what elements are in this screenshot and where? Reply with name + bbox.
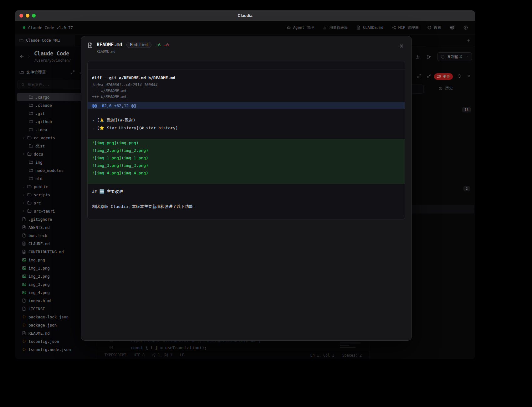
diff-panel-toolbar	[88, 61, 405, 70]
diff-counts: +6 -0	[156, 43, 169, 47]
diff-added-line: ![img_2.png](img_2.png)	[88, 147, 405, 154]
window-title: Claudia	[238, 13, 253, 18]
file-diff-icon	[87, 42, 93, 48]
app-window: Claudia Claude Code v1.0.77 Agent 管理用量仪表…	[15, 10, 475, 359]
diff-content: diff --git a/README.md b/README.mdindex …	[88, 70, 405, 210]
diff-added-line: ![img_3.png](img_3.png)	[88, 162, 405, 169]
diff-hunk-header: @@ -62,6 +62,12 @@	[88, 102, 405, 109]
modal-close-button[interactable]	[398, 42, 405, 50]
diff-added-line: ![img.png](img.png)	[88, 139, 405, 147]
modal-header: README.md Modified +6 -0 README.md	[81, 36, 412, 54]
diff-meta-line: --- a/README.md	[88, 88, 405, 94]
minimize-window-button[interactable]	[26, 14, 29, 18]
diff-line	[88, 131, 405, 139]
diff-context-line: - [⭐ Star History](#-star-history)	[88, 124, 405, 131]
modified-badge: Modified	[126, 42, 151, 48]
diff-added-line: ![img_1.png](img_1.png)	[88, 154, 405, 162]
close-window-button[interactable]	[19, 14, 23, 18]
file-diff-icon-wrap	[87, 42, 93, 48]
deletions-count: -0	[164, 43, 169, 47]
diff-context-line: ## 🆕 主要改进	[88, 188, 405, 195]
diff-line	[88, 195, 405, 203]
diff-context-line: - [🙏 致谢](#-致谢)	[88, 116, 405, 124]
modal-title: README.md	[97, 42, 122, 48]
diff-meta-line: +++ b/README.md	[88, 94, 405, 100]
additions-count: +6	[156, 43, 161, 47]
file-diff-modal: README.md Modified +6 -0 README.md diff …	[81, 36, 412, 341]
diff-file-header: diff --git a/README.md b/README.md	[88, 74, 405, 82]
close-icon	[399, 44, 404, 49]
diff-added-line: ![img_4.png](img_4.png)	[88, 169, 405, 177]
diff-line	[88, 109, 405, 116]
modal-subtitle: README.md	[97, 49, 398, 54]
diff-added-line	[88, 177, 405, 184]
diff-meta-line: index d76086f..c0c2514 100644	[88, 82, 405, 88]
titlebar: Claudia	[15, 10, 475, 21]
diff-panel: diff --git a/README.md b/README.mdindex …	[87, 61, 405, 219]
diff-context-line: 相比原版 Claudia，本版本主要新增和改进了以下功能：	[88, 203, 405, 210]
traffic-lights	[19, 14, 36, 18]
zoom-window-button[interactable]	[32, 14, 36, 18]
